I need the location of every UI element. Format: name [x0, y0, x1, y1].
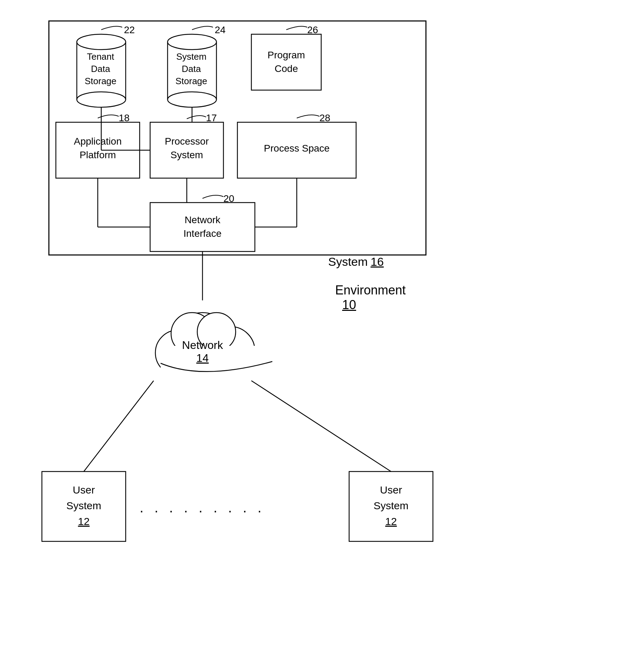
environment-label: Environment10 — [335, 283, 406, 312]
system-label: System16 — [328, 255, 384, 269]
svg-point-4 — [77, 34, 126, 50]
svg-point-8 — [168, 34, 216, 50]
network-ref: 14 — [196, 352, 209, 364]
user-system-right-label: UserSystem12 — [349, 482, 433, 529]
dots: · · · · · · · · · — [140, 503, 265, 519]
ref-26: 26 — [307, 24, 318, 36]
ref-17: 17 — [206, 112, 217, 124]
ref-20: 20 — [223, 193, 234, 204]
network-interface-label: NetworkInterface — [150, 213, 255, 240]
network-label: Network14 — [161, 339, 244, 365]
program-code-label: ProgramCode — [251, 48, 321, 75]
tenant-storage-label: TenantDataStorage — [76, 51, 125, 87]
ref-22: 22 — [124, 24, 135, 36]
user-system-left-label: UserSystem12 — [42, 482, 126, 529]
processor-system-label: ProcessorSystem — [150, 134, 223, 162]
user-system-left-ref: 12 — [78, 516, 89, 527]
environment-ref: 10 — [342, 298, 356, 312]
system-storage-label: SystemDataStorage — [167, 51, 216, 87]
ref-24: 24 — [215, 24, 226, 36]
svg-line-30 — [251, 381, 391, 472]
system-ref: 16 — [370, 255, 384, 268]
svg-line-29 — [84, 381, 154, 472]
diagram-container: 22 24 26 17 28 18 20 TenantDataStorage S… — [21, 10, 597, 660]
user-system-right-ref: 12 — [385, 516, 397, 527]
process-space-label: Process Space — [237, 141, 356, 155]
ref-28: 28 — [319, 112, 330, 124]
svg-point-1 — [77, 92, 126, 107]
svg-point-5 — [168, 92, 216, 107]
application-platform-label: ApplicationPlatform — [56, 134, 140, 162]
ref-18: 18 — [119, 112, 130, 124]
